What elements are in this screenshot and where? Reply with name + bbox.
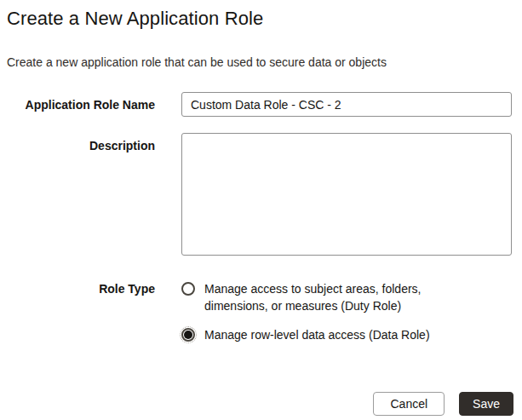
data-role-radio[interactable] bbox=[181, 328, 195, 342]
dialog-footer: Cancel Save bbox=[373, 392, 513, 416]
dialog-title: Create a New Application Role bbox=[7, 7, 513, 31]
role-name-input[interactable] bbox=[181, 92, 512, 117]
role-type-label: Role Type bbox=[7, 280, 155, 297]
description-row: Description bbox=[7, 133, 513, 256]
role-name-row: Application Role Name bbox=[7, 92, 513, 117]
role-type-option-data[interactable]: Manage row-level data access (Data Role) bbox=[181, 326, 512, 343]
cancel-button[interactable]: Cancel bbox=[373, 392, 445, 416]
role-type-radio-group: Manage access to subject areas, folders,… bbox=[181, 280, 512, 343]
role-type-option-duty[interactable]: Manage access to subject areas, folders,… bbox=[181, 280, 512, 314]
duty-role-option-label: Manage access to subject areas, folders,… bbox=[204, 280, 460, 314]
role-name-label: Application Role Name bbox=[7, 96, 155, 113]
duty-role-radio[interactable] bbox=[181, 282, 195, 296]
data-role-option-label: Manage row-level data access (Data Role) bbox=[204, 326, 430, 343]
create-application-role-dialog: Create a New Application Role Create a n… bbox=[0, 0, 522, 420]
description-input[interactable] bbox=[181, 133, 512, 256]
role-type-row: Role Type Manage access to subject areas… bbox=[7, 280, 513, 343]
role-form: Application Role Name Description Role T… bbox=[7, 92, 513, 343]
description-label: Description bbox=[7, 133, 155, 154]
dialog-subtitle: Create a new application role that can b… bbox=[7, 55, 513, 70]
save-button[interactable]: Save bbox=[459, 392, 513, 416]
